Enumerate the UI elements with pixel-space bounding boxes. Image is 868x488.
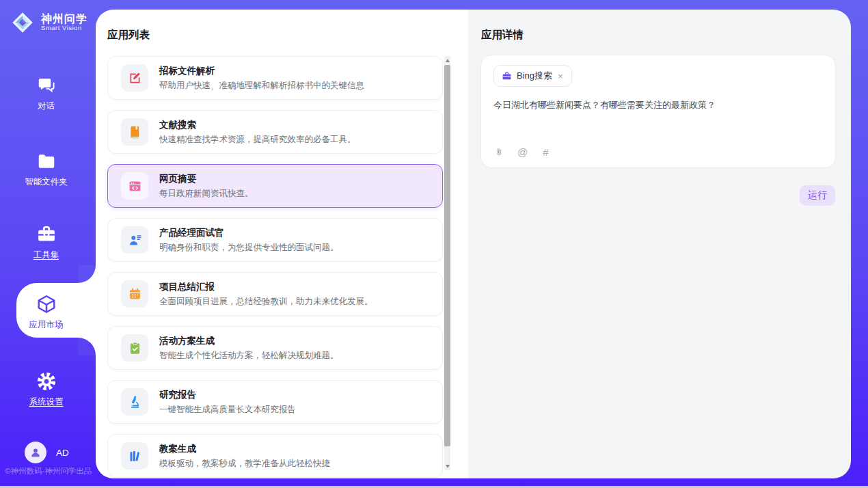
app-card-description: 每日政府新闻资讯快查。 xyxy=(159,188,254,200)
prompt-input[interactable]: 今日湖北有哪些新闻要点？有哪些需要关注的最新政策？ xyxy=(493,98,823,128)
at-icon[interactable]: @ xyxy=(517,146,528,158)
user-account[interactable]: AD xyxy=(25,442,69,463)
app-list: 招标文件解析帮助用户快速、准确地理解和解析招标书中的关键信息文献搜索快速精准查找… xyxy=(107,56,443,478)
app-card-description: 明确身份和职责，为您提供专业性的面试问题。 xyxy=(159,242,339,254)
app-detail-title: 应用详情 xyxy=(481,28,524,42)
pen-square-icon xyxy=(121,64,148,92)
app-card-title: 研究报告 xyxy=(159,389,296,401)
scroll-up-button[interactable] xyxy=(444,56,450,64)
app-card-title: 活动方案生成 xyxy=(159,335,339,347)
browser-code-icon xyxy=(121,172,148,200)
brand-name: 神州问学 xyxy=(41,14,87,25)
gem-logo-icon xyxy=(10,10,36,36)
prompt-card: Bing搜索 × 今日湖北有哪些新闻要点？有哪些需要关注的最新政策？ @ # xyxy=(480,55,836,168)
gear-icon xyxy=(36,371,57,392)
tool-tag-label: Bing搜索 xyxy=(517,70,552,82)
app-card[interactable]: 项目总结汇报全面回顾项目进展，总结经验教训，助力未来优化发展。 xyxy=(107,272,443,316)
app-card[interactable]: 产品经理面试官明确身份和职责，为您提供专业性的面试问题。 xyxy=(107,218,443,262)
brand-logo: 神州问学 Smart Vision xyxy=(10,10,87,36)
tool-tag-close-icon[interactable]: × xyxy=(557,72,564,81)
app-card[interactable]: 教案生成模板驱动，教案秒成，教学准备从此轻松快捷 xyxy=(107,434,443,478)
app-card-description: 全面回顾项目进展，总结经验教训，助力未来优化发展。 xyxy=(159,296,373,308)
app-card-title: 产品经理面试官 xyxy=(159,227,339,239)
scroll-down-button[interactable] xyxy=(444,462,450,470)
sidebar-item-chat[interactable]: 对话 xyxy=(0,75,92,112)
scrollbar-thumb[interactable] xyxy=(444,65,450,446)
scrollbar[interactable] xyxy=(444,56,450,470)
app-card-description: 智能生成个性化活动方案，轻松解决规划难题。 xyxy=(159,350,339,362)
cube-icon xyxy=(36,294,57,314)
sidebar-item-label: 对话 xyxy=(38,100,55,112)
sidebar-item-folders[interactable]: 智能文件夹 xyxy=(0,151,92,188)
app-card-title: 项目总结汇报 xyxy=(159,281,373,293)
active-tab-notch-top xyxy=(78,265,96,283)
app-card-description: 帮助用户快速、准确地理解和解析招标书中的关键信息 xyxy=(159,80,364,92)
app-card[interactable]: 研究报告一键智能生成高质量长文本研究报告 xyxy=(107,380,443,424)
person-chart-icon xyxy=(121,226,148,254)
sidebar-item-settings[interactable]: 系统设置 xyxy=(0,371,92,408)
microscope-icon xyxy=(121,388,148,416)
clipboard-check-icon xyxy=(121,334,148,362)
app-card[interactable]: 网页摘要每日政府新闻资讯快查。 xyxy=(107,164,443,208)
run-button[interactable]: 运行 xyxy=(800,185,835,206)
hash-icon[interactable]: # xyxy=(540,146,552,158)
app-card-title: 文献搜索 xyxy=(159,119,356,131)
sidebar-item-tools[interactable]: 工具集 xyxy=(0,224,92,261)
attachment-toolbar: @ # xyxy=(493,146,552,158)
brand-tagline: Smart Vision xyxy=(41,25,87,31)
app-detail-panel: 应用详情 Bing搜索 × 今日湖北有哪些新闻要点？有哪些需要关注的最新政策？ … xyxy=(468,10,851,478)
folder-icon xyxy=(36,151,57,172)
chat-icon xyxy=(36,75,57,96)
app-card-description: 快速精准查找学术资源，提高研究效率的必备工具。 xyxy=(159,134,356,146)
sidebar-item-market[interactable]: 应用市场 xyxy=(0,294,92,331)
sidebar-item-label: 系统设置 xyxy=(29,396,64,408)
calendar-icon xyxy=(121,280,148,308)
user-initials: AD xyxy=(56,448,69,458)
app-card-description: 一键智能生成高质量长文本研究报告 xyxy=(159,404,296,416)
sidebar: 神州问学 Smart Vision 对话智能文件夹工具集应用市场系统设置 AD … xyxy=(0,0,96,488)
app-card-title: 招标文件解析 xyxy=(159,65,364,77)
person-icon xyxy=(29,446,42,459)
books-icon xyxy=(121,442,148,470)
app-list-title: 应用列表 xyxy=(107,28,150,42)
app-card[interactable]: 活动方案生成智能生成个性化活动方案，轻松解决规划难题。 xyxy=(107,326,443,370)
toolbox-icon xyxy=(36,224,57,245)
avatar[interactable] xyxy=(25,442,46,463)
sidebar-item-label: 应用市场 xyxy=(29,319,64,331)
tool-tag-bing[interactable]: Bing搜索 × xyxy=(493,65,572,87)
copyright-text: ©神州数码·神州问学出品 xyxy=(5,466,92,476)
main-content: 应用列表 招标文件解析帮助用户快速、准确地理解和解析招标书中的关键信息文献搜索快… xyxy=(96,10,851,478)
app-card-title: 网页摘要 xyxy=(159,173,254,185)
sidebar-item-label: 工具集 xyxy=(33,249,59,261)
app-card-title: 教案生成 xyxy=(159,443,330,455)
active-tab-notch-bottom xyxy=(78,338,96,355)
sidebar-item-label: 智能文件夹 xyxy=(25,176,68,188)
paperclip-icon[interactable] xyxy=(493,146,505,158)
briefcase-icon xyxy=(502,71,512,81)
app-card[interactable]: 文献搜索快速精准查找学术资源，提高研究效率的必备工具。 xyxy=(107,110,443,154)
app-list-panel: 应用列表 招标文件解析帮助用户快速、准确地理解和解析招标书中的关键信息文献搜索快… xyxy=(96,10,468,478)
app-card-description: 模板驱动，教案秒成，教学准备从此轻松快捷 xyxy=(159,458,330,470)
book-icon xyxy=(121,118,148,146)
app-card[interactable]: 招标文件解析帮助用户快速、准确地理解和解析招标书中的关键信息 xyxy=(107,56,443,100)
